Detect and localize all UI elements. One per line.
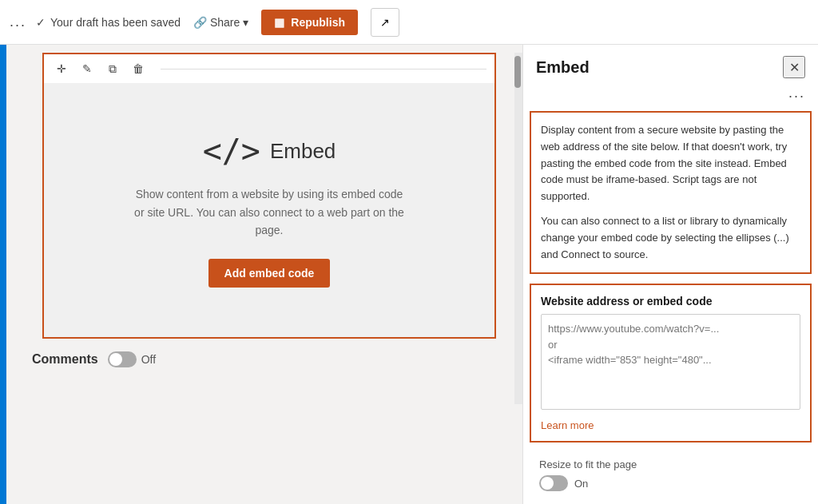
left-nav-strip: [0, 45, 6, 504]
expand-icon: ↗: [380, 16, 390, 29]
embed-description: Show content from a website by using its…: [133, 185, 405, 239]
resize-toggle-knob: [541, 477, 554, 490]
embed-block-title: Embed: [270, 139, 336, 164]
embed-code-icon: </>: [203, 133, 260, 169]
draft-saved-text: Your draft has been saved: [50, 16, 181, 29]
edit-icon[interactable]: ✎: [77, 59, 97, 78]
republish-button[interactable]: ▦ Republish: [261, 10, 358, 35]
resize-toggle-row: On: [539, 475, 802, 491]
content-area: ✛ ✎ ⧉ 🗑 </> Embed Show content from a we…: [0, 45, 522, 504]
embed-block: </> Embed Show content from a website by…: [42, 83, 496, 339]
panel-more-dots[interactable]: ...: [523, 85, 818, 108]
share-chevron-icon: ▾: [243, 16, 248, 29]
copy-icon[interactable]: ⧉: [103, 59, 122, 78]
main-layout: ✛ ✎ ⧉ 🗑 </> Embed Show content from a we…: [0, 45, 818, 504]
input-section-label: Website address or embed code: [541, 295, 800, 308]
panel-description-text-2: You can also connect to a list or librar…: [541, 213, 800, 263]
panel-title: Embed: [536, 58, 590, 77]
share-label: Share: [210, 16, 240, 29]
checkmark-icon: ✓: [36, 16, 46, 29]
top-bar: ... ✓ Your draft has been saved 🔗 Share …: [0, 0, 818, 45]
move-icon[interactable]: ✛: [52, 59, 71, 78]
more-options-dots[interactable]: ...: [10, 14, 26, 30]
resize-toggle-label: On: [574, 478, 588, 490]
share-icon: 🔗: [193, 16, 207, 29]
republish-label: Republish: [291, 16, 345, 29]
comments-toggle-container: Off: [108, 351, 156, 367]
panel-close-button[interactable]: ✕: [783, 56, 805, 78]
panel-description-section: Display content from a secure website by…: [530, 111, 812, 274]
scroll-bar[interactable]: [514, 53, 522, 404]
scroll-thumb[interactable]: [514, 56, 521, 88]
comments-toggle-label: Off: [141, 353, 156, 366]
panel-input-section: Website address or embed code Learn more: [530, 284, 812, 442]
panel-header: Embed ✕: [523, 45, 818, 85]
close-icon: ✕: [789, 60, 800, 75]
toggle-knob: [109, 353, 122, 366]
expand-button[interactable]: ↗: [371, 8, 399, 37]
share-button[interactable]: 🔗 Share ▾: [193, 16, 248, 29]
comments-bar: Comments Off: [32, 351, 506, 367]
comments-label: Comments: [32, 352, 98, 367]
draft-saved-indicator: ✓ Your draft has been saved: [36, 16, 181, 29]
add-embed-button[interactable]: Add embed code: [208, 259, 331, 288]
resize-toggle[interactable]: [539, 475, 568, 491]
resize-label: Resize to fit the page: [539, 458, 802, 470]
delete-icon[interactable]: 🗑: [129, 59, 148, 78]
embed-header: </> Embed: [203, 133, 336, 169]
right-panel: Embed ✕ ... Display content from a secur…: [522, 45, 818, 504]
comments-toggle[interactable]: [108, 351, 137, 367]
panel-description-text: Display content from a secure website by…: [541, 122, 800, 205]
resize-section: Resize to fit the page On: [523, 452, 818, 501]
republish-icon: ▦: [274, 16, 284, 29]
learn-more-link[interactable]: Learn more: [541, 419, 800, 431]
embed-code-textarea[interactable]: [541, 314, 800, 410]
block-toolbar: ✛ ✎ ⧉ 🗑: [42, 53, 496, 83]
toolbar-divider: [161, 69, 486, 69]
